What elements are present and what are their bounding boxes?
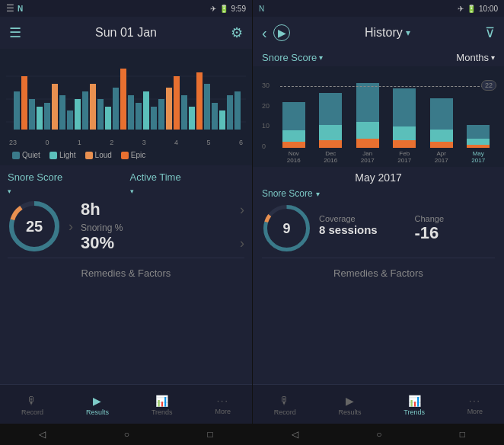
svg-rect-17 [113,88,119,130]
play-nav-icon[interactable]: ▶ [273,24,290,41]
results-label: Results [86,408,109,416]
snore-score-value: 25 [26,218,43,235]
home-button-right[interactable]: ○ [376,429,381,440]
snoring-chevron[interactable]: › [240,235,244,251]
nav-record-left[interactable]: 🎙 Record [21,395,43,416]
svg-rect-4 [14,91,20,130]
menu-icon[interactable]: ☰ [9,24,21,41]
svg-rect-15 [97,99,104,130]
svg-rect-20 [136,103,142,130]
remedies-row[interactable]: Remedies & Factors [8,263,244,283]
coverage-row: Coverage 8 sessions Change -16 [319,214,495,243]
snoring-label: Snoring % [81,222,244,233]
bar-feb-2017[interactable]: Feb2017 [388,88,422,164]
nav-more-left[interactable]: ··· More [215,395,231,415]
active-time-chevron[interactable]: › [240,202,244,218]
nav-trends-left[interactable]: 📊 Trends [152,395,173,416]
history-nav: ‹ ▶ [262,24,290,42]
nav-results-left[interactable]: ▶ Results [86,395,109,416]
settings-icon[interactable]: ⚙ [231,24,243,41]
left-header: ☰ Sun 01 Jan ⚙ [0,17,252,49]
filter-icon[interactable]: ⊽ [485,24,495,41]
bar-apr-2017[interactable]: Apr2017 [425,98,458,164]
nora-logo: N [18,5,23,13]
metrics-section: Snore Score ▾ Active Time ▾ 25 › [0,165,252,384]
status-bar-right: N ✈ 🔋 10:00 [253,0,504,17]
recents-button[interactable]: □ [208,429,213,440]
snore-dropdown-arrow[interactable]: ▾ [8,187,11,195]
home-button[interactable]: ○ [124,429,129,440]
month-section: May 2017 Snore Score ▾ 9 Coverage [253,167,504,287]
svg-rect-18 [120,69,126,130]
chart-x-labels: 230123456 [6,137,246,148]
nav-more-right[interactable]: ··· More [467,395,483,415]
bar-chart-area: 22 0 10 20 30 [253,66,504,167]
svg-rect-23 [158,99,164,130]
active-time-label[interactable]: Active Time [130,171,245,183]
status-left: ☰ N [6,3,23,14]
svg-rect-33 [234,91,241,130]
months-label[interactable]: Months [456,52,489,63]
history-title-row: History ▾ [365,26,410,40]
svg-rect-6 [29,99,35,130]
separator-1 [8,258,244,258]
sessions-value: 8 sessions [319,223,400,236]
snore-score-label[interactable]: Snore Score [8,171,123,183]
legend-loud: Loud [85,151,112,159]
status-right-left: N [259,5,264,13]
active-time-dropdown[interactable]: ▾ [130,187,134,195]
right-panel: N ✈ 🔋 10:00 ‹ ▶ History ▾ ⊽ Snore Score … [252,0,504,445]
svg-rect-14 [90,84,96,130]
bar-dec-2016[interactable]: Dec2016 [314,93,348,164]
month-metrics: 9 Coverage 8 sessions Change -16 [262,203,495,253]
recents-button-right[interactable]: □ [460,429,465,440]
svg-rect-26 [181,95,187,130]
legend-quiet: Quiet [12,151,40,159]
svg-rect-30 [212,103,218,130]
back-nav-icon[interactable]: ‹ [262,24,267,42]
svg-rect-9 [52,84,58,130]
bar-may-2017[interactable]: May2017 [462,125,496,164]
svg-rect-32 [227,95,233,130]
snore-score-right-label[interactable]: Snore Score [262,52,317,63]
score-chevron[interactable]: › [69,219,73,235]
snore-score-dropdown[interactable]: ▾ [319,53,323,62]
bottom-nav-left: 🎙 Record ▶ Results 📊 Trends ··· More [0,384,252,424]
back-button[interactable]: ◁ [39,429,46,440]
bar-jan-2017[interactable]: Jan2017 [351,83,384,164]
snore-score-month-label[interactable]: Snore Score [262,188,313,199]
svg-rect-24 [166,88,172,130]
remedies-right-label: Remedies & Factors [333,267,423,279]
bar-nov-2016[interactable]: Nov2016 [277,102,311,164]
svg-rect-13 [82,91,88,130]
svg-rect-31 [219,110,225,130]
svg-rect-28 [196,72,203,130]
snoring-value: 30% [81,233,114,253]
nav-record-right[interactable]: 🎙 Record [274,395,296,416]
history-dropdown-arrow[interactable]: ▾ [406,27,410,38]
active-time-value: 8h [81,200,100,219]
coverage-label: Coverage [319,214,400,223]
sub-header: Snore Score ▾ Months ▾ [253,49,504,66]
time-right: 10:00 [479,5,498,13]
month-right: Coverage 8 sessions Change -16 [319,214,495,243]
time-left: 9:59 [231,5,246,13]
record-label: Record [21,408,43,416]
results-label-right: Results [339,408,362,416]
month-score-value: 9 [282,220,290,236]
months-dropdown[interactable]: ▾ [491,53,495,62]
svg-rect-21 [143,91,149,130]
remedies-row-right[interactable]: Remedies & Factors [262,263,495,283]
nav-trends-right[interactable]: 📊 Trends [404,395,425,416]
legend-light-label: Light [59,151,76,159]
legend-loud-label: Loud [95,151,112,159]
back-button-right[interactable]: ◁ [292,429,298,440]
nav-results-right[interactable]: ▶ Results [339,395,362,416]
svg-rect-12 [75,99,81,130]
android-nav-left: ◁ ○ □ [0,424,252,445]
more-label-right: More [467,408,483,415]
metrics-labels-row: Snore Score ▾ Active Time ▾ [8,171,244,197]
remedies-label: Remedies & Factors [81,267,171,279]
legend-epic: Epic [121,151,145,159]
snore-month-dropdown[interactable]: ▾ [316,190,320,198]
